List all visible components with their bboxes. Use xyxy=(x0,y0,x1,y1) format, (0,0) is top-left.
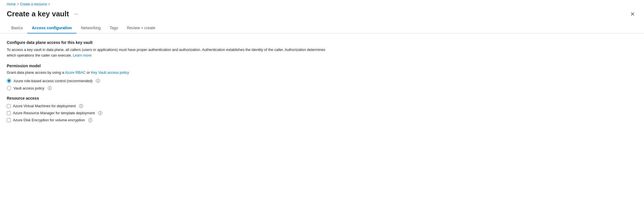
content-area: Configure data plane access for this key… xyxy=(0,33,338,129)
checkbox-azure-vms[interactable]: Azure Virtual Machines for deployment i xyxy=(7,104,331,108)
checkbox-azure-disk-encryption-input[interactable] xyxy=(7,118,11,122)
tab-networking[interactable]: Networking xyxy=(77,23,105,33)
page-title-area: Create a key vault ··· xyxy=(7,10,80,18)
radio-azure-rbac-label: Azure role-based access control (recomme… xyxy=(14,79,93,83)
resource-access-section: Resource access Azure Virtual Machines f… xyxy=(7,96,331,122)
permission-desc-middle: or xyxy=(86,70,91,75)
azure-rbac-link[interactable]: Azure RBAC xyxy=(65,70,86,75)
page-header: Create a key vault ··· ✕ xyxy=(0,8,644,23)
checkbox-azure-vms-label: Azure Virtual Machines for deployment xyxy=(13,104,76,108)
key-vault-policy-link[interactable]: Key Vault access policy xyxy=(91,70,129,75)
breadcrumb-separator-2: > xyxy=(48,2,50,6)
vault-access-policy-info-icon[interactable]: i xyxy=(48,86,52,90)
tab-basics[interactable]: Basics xyxy=(7,23,27,33)
tab-review-create[interactable]: Review + create xyxy=(122,23,160,33)
checkbox-azure-disk-encryption-label: Azure Disk Encryption for volume encrypt… xyxy=(13,118,85,122)
tab-tags[interactable]: Tags xyxy=(105,23,123,33)
permission-model-description: Grant data plane access by using a Azure… xyxy=(7,70,331,75)
radio-azure-rbac[interactable]: Azure role-based access control (recomme… xyxy=(7,79,331,83)
breadcrumb-create-resource-link[interactable]: Create a resource xyxy=(20,2,47,6)
permission-model-section: Permission model Grant data plane access… xyxy=(7,64,331,90)
checkbox-azure-resource-manager-label: Azure Resource Manager for template depl… xyxy=(13,111,95,115)
learn-more-link[interactable]: Learn more xyxy=(73,53,91,57)
checkbox-azure-vms-input[interactable] xyxy=(7,104,11,108)
page-title: Create a key vault xyxy=(7,10,69,18)
permission-model-radio-group: Azure role-based access control (recomme… xyxy=(7,79,331,90)
breadcrumb: Home > Create a resource > xyxy=(0,0,644,8)
checkbox-azure-resource-manager-input[interactable] xyxy=(7,111,11,115)
configure-section-title: Configure data plane access for this key… xyxy=(7,40,331,45)
checkbox-azure-resource-manager[interactable]: Azure Resource Manager for template depl… xyxy=(7,111,331,115)
resource-access-checkbox-group: Azure Virtual Machines for deployment i … xyxy=(7,104,331,122)
azure-vms-info-icon[interactable]: i xyxy=(79,104,83,108)
azure-resource-manager-info-icon[interactable]: i xyxy=(98,111,102,115)
configure-section: Configure data plane access for this key… xyxy=(7,40,331,58)
tab-bar: BasicsAccess configurationNetworkingTags… xyxy=(0,23,644,33)
resource-access-title: Resource access xyxy=(7,96,331,100)
radio-azure-rbac-input[interactable] xyxy=(7,79,11,83)
radio-vault-access-policy-input[interactable] xyxy=(7,86,11,90)
radio-vault-access-policy[interactable]: Vault access policy i xyxy=(7,86,331,90)
azure-rbac-info-icon[interactable]: i xyxy=(96,79,100,83)
tab-access-configuration[interactable]: Access configuration xyxy=(27,23,76,33)
azure-disk-encryption-info-icon[interactable]: i xyxy=(88,118,92,122)
permission-desc-prefix: Grant data plane access by using a xyxy=(7,70,65,75)
radio-vault-access-policy-label: Vault access policy xyxy=(14,86,44,90)
breadcrumb-home-link[interactable]: Home xyxy=(7,2,16,6)
configure-desc-text: To access a key vault in data plane, all… xyxy=(7,48,325,57)
close-button[interactable]: ✕ xyxy=(628,10,637,18)
checkbox-azure-disk-encryption[interactable]: Azure Disk Encryption for volume encrypt… xyxy=(7,118,331,122)
configure-section-description: To access a key vault in data plane, all… xyxy=(7,47,331,58)
breadcrumb-separator-1: > xyxy=(17,2,19,6)
ellipsis-menu-button[interactable]: ··· xyxy=(72,10,80,18)
permission-model-title: Permission model xyxy=(7,64,331,68)
